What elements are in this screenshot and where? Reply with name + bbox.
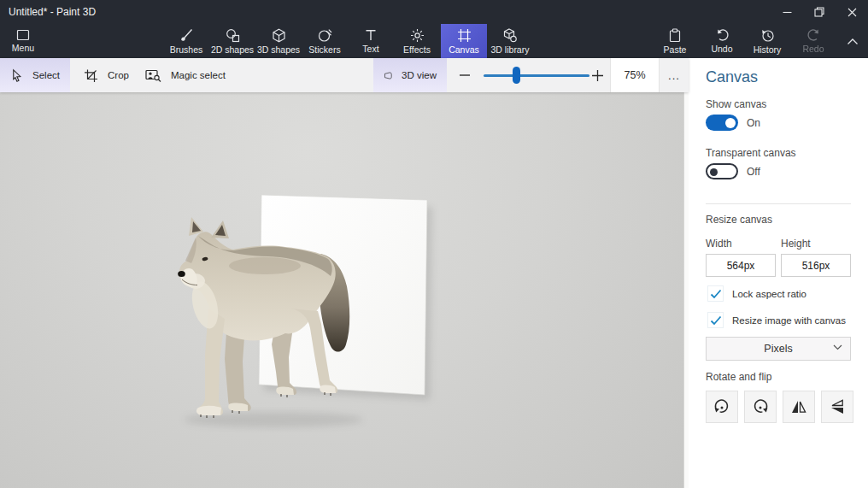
lock-aspect-label: Lock aspect ratio: [732, 289, 806, 299]
3d-library-icon: [502, 28, 518, 43]
tab-label: 3D shapes: [257, 44, 300, 55]
height-label: Height: [781, 238, 811, 250]
paint3d-window: Untitled* - Paint 3D Menu: [0, 0, 868, 488]
units-dropdown[interactable]: Pixels: [706, 337, 851, 361]
tab-stickers[interactable]: Stickers: [302, 24, 348, 58]
more-options-button[interactable]: ...: [660, 58, 689, 92]
workspace-viewport[interactable]: [0, 92, 683, 488]
tab-effects[interactable]: Effects: [394, 24, 440, 58]
show-canvas-state: On: [747, 117, 760, 129]
3d-shapes-icon: [272, 28, 286, 43]
checkmark-icon: [710, 289, 722, 299]
minimize-button[interactable]: [771, 0, 803, 24]
crop-tool-button[interactable]: Crop: [73, 58, 139, 92]
menu-label: Menu: [12, 43, 34, 53]
3d-view-icon: [384, 69, 392, 82]
magic-select-button[interactable]: Magic select: [135, 58, 236, 92]
window-controls: [771, 0, 868, 24]
rotate-left-icon: [713, 397, 731, 416]
maximize-button[interactable]: [803, 0, 836, 24]
magic-select-icon: [145, 68, 161, 82]
paste-button[interactable]: Paste: [651, 24, 699, 58]
tab-canvas[interactable]: Canvas: [441, 24, 487, 58]
restore-icon: [814, 7, 824, 17]
rotate-left-button[interactable]: [706, 391, 738, 423]
chevron-up-icon: [847, 38, 859, 45]
transparent-canvas-label: Transparent canvas: [706, 147, 796, 159]
tab-label: Text: [362, 44, 378, 54]
flip-horizontal-button[interactable]: [783, 391, 815, 423]
canvas-settings-panel: Canvas Show canvas On Transparent canvas…: [689, 58, 868, 488]
height-input[interactable]: [781, 254, 851, 277]
menu-icon: [16, 29, 30, 41]
redo-icon: [806, 28, 821, 42]
history-button[interactable]: History: [743, 24, 791, 58]
tab-2d-shapes[interactable]: 2D shapes: [209, 24, 255, 58]
window-title: Untitled* - Paint 3D: [9, 6, 96, 18]
canvas-icon: [457, 28, 472, 43]
paste-icon: [668, 28, 682, 43]
zoom-in-button[interactable]: [588, 58, 607, 92]
action-label: Undo: [711, 44, 732, 54]
effects-icon: [410, 28, 425, 43]
action-label: Paste: [664, 44, 687, 55]
units-value: Pixels: [764, 343, 792, 355]
crop-icon: [84, 68, 98, 83]
toggle-knob: [725, 118, 736, 128]
panel-title: Canvas: [706, 68, 758, 86]
brush-icon: [179, 28, 194, 43]
transparent-canvas-toggle[interactable]: [706, 163, 738, 179]
flip-vertical-button[interactable]: [821, 391, 853, 423]
toggle-knob: [710, 168, 718, 176]
zoom-slider-thumb[interactable]: [513, 67, 520, 84]
action-label: History: [754, 44, 782, 55]
zoom-out-button[interactable]: [455, 58, 474, 92]
undo-button[interactable]: Undo: [698, 24, 746, 58]
crop-tool-label: Crop: [108, 70, 129, 80]
tab-label: Canvas: [449, 44, 479, 55]
resize-image-label: Resize image with canvas: [732, 315, 846, 326]
3d-view-button[interactable]: 3D view: [373, 58, 447, 92]
checkmark-icon: [710, 315, 722, 326]
menu-button[interactable]: Menu: [5, 24, 41, 58]
titlebar: Untitled* - Paint 3D: [0, 0, 868, 24]
transparent-canvas-state: Off: [747, 166, 760, 178]
action-label: Redo: [802, 44, 824, 54]
flip-horizontal-icon: [789, 397, 808, 416]
resize-image-with-canvas-checkbox[interactable]: Resize image with canvas: [707, 312, 846, 328]
show-canvas-label: Show canvas: [706, 98, 766, 110]
show-canvas-toggle[interactable]: [706, 115, 738, 131]
zoom-slider-track[interactable]: [484, 74, 589, 77]
tab-label: 2D shapes: [211, 44, 254, 55]
tab-label: Brushes: [170, 44, 203, 55]
zoom-percentage[interactable]: 75%: [610, 58, 660, 92]
select-cursor-icon: [10, 68, 23, 83]
width-input[interactable]: [706, 254, 776, 277]
tab-3d-shapes[interactable]: 3D shapes: [255, 24, 302, 58]
rotate-flip-section-label: Rotate and flip: [706, 371, 771, 383]
flip-vertical-icon: [828, 397, 847, 416]
2d-shapes-icon: [226, 28, 240, 43]
select-tool-label: Select: [32, 70, 60, 80]
magic-select-label: Magic select: [171, 70, 226, 80]
undo-icon: [715, 28, 730, 42]
tab-brushes[interactable]: Brushes: [163, 24, 209, 58]
collapse-ribbon-button[interactable]: [841, 24, 865, 58]
rotate-right-icon: [751, 397, 770, 416]
ellipsis-icon: ...: [668, 69, 680, 82]
close-icon: [847, 8, 857, 17]
section-divider: [706, 203, 851, 204]
tab-text[interactable]: Text: [348, 24, 394, 58]
plus-icon: [591, 69, 604, 82]
close-button[interactable]: [836, 0, 868, 24]
chevron-down-icon: [833, 344, 842, 350]
redo-button[interactable]: Redo: [789, 24, 837, 58]
rotate-right-button[interactable]: [744, 391, 777, 423]
select-tool-button[interactable]: Select: [0, 58, 70, 92]
width-label: Width: [706, 238, 732, 250]
text-icon: [364, 28, 378, 42]
3d-scene: [0, 92, 683, 488]
lock-aspect-ratio-checkbox[interactable]: Lock aspect ratio: [707, 285, 806, 302]
wolf-nose: [178, 271, 185, 277]
tab-3d-library[interactable]: 3D library: [487, 24, 533, 58]
